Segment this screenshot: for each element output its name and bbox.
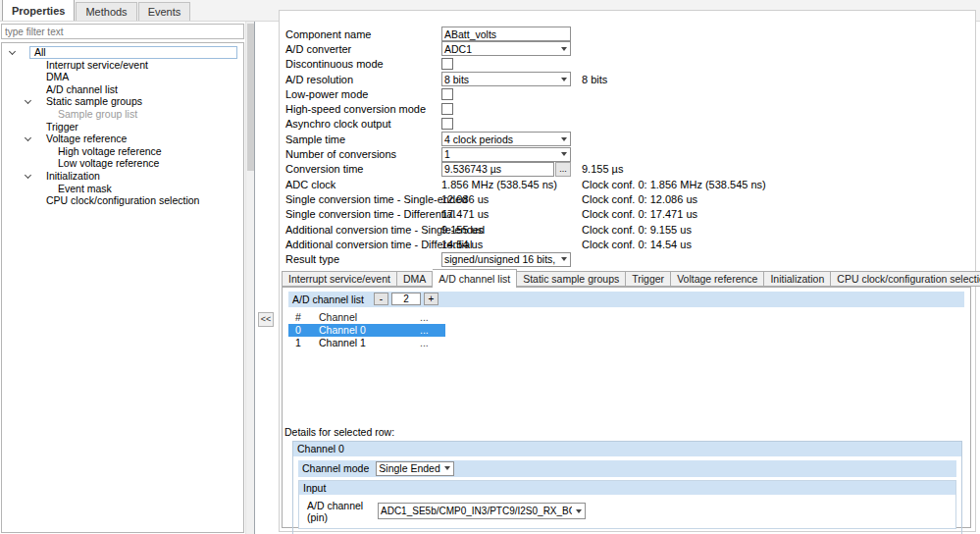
property-note: 9.155 µs (582, 163, 623, 175)
channel-mode-select[interactable]: Single Ended (376, 461, 454, 476)
property-label: Additional conversion time - Single-ende… (284, 224, 441, 236)
tree-item-label: Trigger (46, 121, 78, 134)
property-row-sample-time: Sample time4 clock periods (284, 132, 975, 146)
subtab-label: Voltage reference (677, 273, 757, 285)
component-inspector-window: PropertiesMethodsEvents AllInterrupt ser… (0, 0, 980, 534)
property-control: 1 (441, 147, 571, 162)
tree-item-a-d-channel-list[interactable]: A/D channel list (2, 83, 243, 96)
column-header: Channel (319, 311, 420, 324)
channel-mode-bar: Channel mode Single Ended (298, 460, 956, 477)
left-scrollbar[interactable] (245, 22, 254, 534)
tree-item-label: Initialization (46, 170, 100, 183)
channel-mode-label: Channel mode (302, 462, 369, 474)
a-d-converter-select[interactable]: ADC1 (441, 41, 571, 56)
tree-item-label: CPU clock/configuration selection (46, 194, 199, 207)
subtab-label: Static sample groups (523, 273, 619, 285)
pin-select[interactable]: ADC1_SE5b/CMP0_IN3/PTC9/I2S0_RX_BCLK/FTM… (378, 503, 586, 519)
tree-item-cpu-clock-configuration-selection[interactable]: CPU clock/configuration selection (2, 194, 243, 207)
table-row[interactable]: 0Channel 0... (288, 324, 445, 337)
property-value: 9.155 us (441, 224, 483, 236)
tree-item-label: A/D channel list (46, 83, 118, 96)
left-panel: AllInterrupt service/eventDMAA/D channel… (0, 22, 255, 534)
scrollbar-thumb[interactable] (247, 24, 254, 171)
discontinuous-mode-checkbox[interactable] (441, 58, 453, 70)
tree-item-event-mask[interactable]: Event mask (2, 183, 243, 195)
subtab-trigger[interactable]: Trigger (626, 271, 671, 287)
property-label: High-speed conversion mode (284, 103, 441, 115)
property-row-single-conversion-time-differential: Single conversion time - Differential17.… (284, 207, 975, 222)
property-label: ADC clock (284, 179, 441, 190)
collapse-panel-button[interactable]: << (258, 312, 274, 327)
a-d-resolution-select[interactable]: 8 bits (441, 72, 571, 86)
chevron-down-icon (557, 78, 570, 81)
filter-input[interactable] (1, 24, 244, 39)
chevron-down-icon (557, 137, 570, 141)
property-row-adc-clock: ADC clock1.856 MHz (538.545 ns)Clock con… (284, 177, 975, 191)
subtab-interrupt-service-event[interactable]: Interrupt service/event (282, 271, 397, 287)
property-row-low-power-mode: Low-power mode (284, 86, 975, 101)
subtab-cpu-clock-configuration-selection[interactable]: CPU clock/configuration selection (831, 271, 980, 287)
channel-table-header: #Channel... (288, 311, 445, 324)
tree-item-static-sample-groups[interactable]: Static sample groups (2, 95, 243, 108)
property-control: 17.471 us (441, 207, 571, 222)
subtab-static-sample-groups[interactable]: Static sample groups (517, 271, 626, 287)
chevron-down-icon[interactable] (9, 48, 16, 55)
subtab-voltage-reference[interactable]: Voltage reference (671, 271, 764, 287)
channel-mode-value: Single Ended (377, 462, 440, 474)
subtab-dma[interactable]: DMA (397, 271, 433, 287)
more-button[interactable]: ... (555, 162, 571, 177)
property-row-a-d-resolution: A/D resolution8 bits8 bits (284, 72, 975, 86)
component-name-input[interactable] (441, 27, 571, 41)
subtab-initialization[interactable]: Initialization (764, 271, 831, 287)
tree-item-label: High voltage reference (58, 145, 162, 158)
combo-value: 1 (442, 148, 557, 160)
sample-time-select[interactable]: 4 clock periods (441, 132, 571, 146)
high-speed-conversion-mode-checkbox[interactable] (441, 103, 453, 115)
subtab-a-d-channel-list[interactable]: A/D channel list (433, 269, 517, 288)
input-group-header: Input (299, 481, 955, 495)
chevron-down-icon[interactable] (25, 134, 31, 141)
property-label: A/D resolution (284, 74, 441, 85)
result-type-select[interactable]: signed/unsigned 16 bits, right ju (441, 252, 571, 267)
property-label: Asynchro clock output (284, 118, 441, 130)
table-row[interactable]: 1Channel 1... (288, 337, 445, 349)
low-power-mode-checkbox[interactable] (441, 88, 453, 100)
tree-item-low-voltage-reference[interactable]: Low voltage reference (2, 157, 243, 170)
number-of-conversions-select[interactable]: 1 (441, 147, 571, 162)
subtab-label: A/D channel list (438, 273, 510, 285)
combo-value: signed/unsigned 16 bits, right ju (442, 253, 557, 265)
tree-item-sample-group-list[interactable]: Sample group list (2, 108, 243, 121)
tree-item-dma[interactable]: DMA (2, 71, 243, 83)
remove-channel-button[interactable]: - (374, 293, 388, 305)
property-control (441, 27, 571, 41)
property-control (441, 102, 571, 117)
chevron-down-icon[interactable] (25, 97, 31, 104)
channel-table: #Channel...0Channel 0...1Channel 1... (288, 311, 964, 349)
tab-events[interactable]: Events (138, 2, 191, 21)
tree-item-all[interactable]: All (2, 46, 243, 59)
tab-methods[interactable]: Methods (76, 2, 136, 21)
property-label: Number of conversions (284, 148, 441, 160)
channel-group-header: Channel 0 (293, 442, 961, 456)
tree-item-trigger[interactable]: Trigger (2, 121, 243, 134)
chevron-down-icon[interactable] (25, 172, 31, 179)
tab-label: Methods (85, 6, 127, 18)
asynchro-clock-output-checkbox[interactable] (441, 118, 453, 130)
tree-item-interrupt-service-event[interactable]: Interrupt service/event (2, 59, 243, 72)
property-label: Additional conversion time - Differentia… (284, 239, 441, 250)
tree-item-voltage-reference[interactable]: Voltage reference (2, 133, 243, 145)
channel-count-input[interactable] (391, 293, 421, 305)
channel-table-void (288, 349, 964, 420)
tree-item-initialization[interactable]: Initialization (2, 170, 243, 183)
conversion-time-input[interactable] (441, 162, 554, 177)
property-label: A/D converter (284, 43, 441, 55)
combo-value: 4 clock periods (442, 134, 557, 145)
pin-label: A/D channel (pin) (307, 500, 378, 523)
tab-properties[interactable]: Properties (2, 0, 75, 21)
subtab-label: DMA (403, 273, 426, 285)
add-channel-button[interactable]: + (424, 293, 438, 305)
tree-item-high-voltage-reference[interactable]: High voltage reference (2, 145, 243, 158)
property-row-asynchro-clock-output: Asynchro clock output (284, 117, 975, 132)
tree-item-label: Event mask (58, 183, 112, 195)
tab-label: Properties (12, 5, 65, 17)
